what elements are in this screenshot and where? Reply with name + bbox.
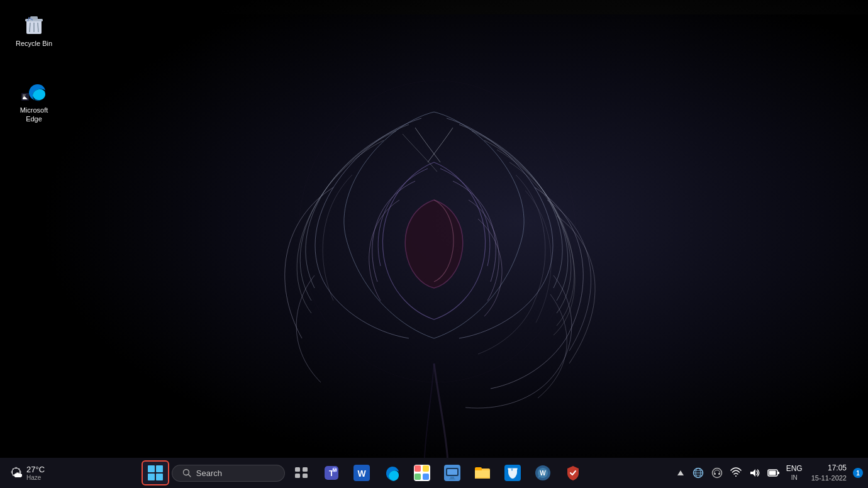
chevron-up-icon	[677, 469, 684, 477]
security-icon	[565, 465, 581, 481]
svg-rect-51	[777, 472, 779, 474]
security-button[interactable]	[559, 460, 587, 485]
clock-date: 15-11-2022	[811, 474, 847, 483]
device-settings-icon	[444, 465, 460, 481]
teams-button[interactable]: T M	[318, 460, 345, 485]
battery-button[interactable]	[765, 464, 782, 482]
store-icon	[504, 465, 521, 481]
headset-icon	[711, 467, 723, 479]
windows-quad-br	[156, 474, 163, 480]
device-settings-button[interactable]	[438, 460, 466, 485]
svg-line-7	[38, 23, 38, 32]
paint-button[interactable]	[408, 460, 436, 485]
svg-rect-33	[449, 479, 455, 480]
start-button[interactable]	[142, 460, 169, 485]
svg-line-5	[30, 23, 30, 32]
desktop: Recycle Bin Microsoft Edge 🌤 27°C	[0, 0, 868, 488]
svg-marker-48	[750, 469, 755, 477]
edge-taskbar-icon	[384, 465, 400, 481]
svg-rect-38	[508, 468, 518, 470]
edge-desktop-image	[21, 78, 47, 103]
svg-marker-41	[677, 470, 684, 475]
svg-text:W: W	[540, 470, 546, 477]
volume-button[interactable]	[746, 464, 764, 482]
taskbar: 🌤 27°C Haze	[0, 458, 868, 488]
svg-rect-15	[303, 467, 308, 472]
svg-rect-32	[450, 477, 454, 479]
svg-rect-26	[423, 465, 429, 472]
search-bar[interactable]: Search	[172, 465, 285, 482]
clock-button[interactable]: 17:05 15-11-2022	[806, 462, 852, 484]
language-code: ENG	[786, 464, 803, 474]
recycle-bin-icon[interactable]: Recycle Bin	[9, 9, 59, 50]
paint-icon	[414, 465, 430, 481]
svg-rect-28	[423, 474, 429, 480]
svg-text:M: M	[333, 467, 337, 473]
windows-quad-tl	[148, 465, 155, 472]
word-button[interactable]: W	[348, 460, 376, 485]
show-hidden-icons-button[interactable]	[673, 464, 688, 482]
audio-tray-icon[interactable]	[708, 464, 726, 482]
wallpaper	[0, 0, 868, 488]
teams-icon: T M	[323, 465, 340, 481]
svg-rect-36	[475, 477, 490, 479]
language-button[interactable]: ENG IN	[784, 463, 805, 484]
weather-condition: Haze	[26, 474, 45, 481]
svg-rect-14	[295, 467, 300, 472]
whatsapp-button[interactable]: W	[529, 460, 557, 485]
store-button[interactable]	[499, 460, 526, 485]
recycle-bin-image	[21, 11, 47, 36]
svg-rect-17	[303, 474, 308, 478]
search-label: Search	[196, 469, 222, 478]
word-icon: W	[353, 465, 370, 481]
task-view-icon	[294, 465, 309, 480]
clock-time: 17:05	[828, 463, 847, 474]
svg-rect-31	[447, 469, 457, 475]
whatsapp-icon: W	[535, 465, 551, 481]
wifi-icon	[730, 467, 742, 479]
weather-widget[interactable]: 🌤 27°C Haze	[5, 462, 55, 484]
volume-icon	[749, 467, 760, 479]
recycle-bin-label: Recycle Bin	[16, 39, 52, 48]
wifi-button[interactable]	[727, 464, 745, 482]
task-view-button[interactable]	[287, 460, 315, 485]
file-explorer-icon	[474, 465, 491, 481]
svg-rect-50	[769, 471, 776, 475]
svg-point-47	[712, 469, 721, 478]
network-icon-tray[interactable]	[689, 464, 707, 482]
svg-rect-16	[295, 474, 300, 478]
system-tray: ENG IN 17:05 15-11-2022 1	[673, 462, 863, 484]
svg-rect-25	[415, 465, 421, 472]
svg-rect-27	[415, 474, 421, 480]
battery-icon	[767, 468, 780, 478]
edge-button[interactable]	[378, 460, 406, 485]
microsoft-edge-desktop-icon[interactable]: Microsoft Edge	[9, 75, 59, 126]
svg-text:W: W	[357, 469, 366, 479]
edge-desktop-label: Microsoft Edge	[11, 106, 57, 124]
windows-quad-tr	[156, 465, 163, 472]
svg-line-13	[188, 475, 191, 477]
weather-icon: 🌤	[10, 466, 23, 480]
language-region: IN	[791, 474, 798, 482]
windows-logo	[148, 465, 163, 480]
windows-quad-bl	[148, 474, 155, 480]
taskbar-center: Search T M	[55, 460, 673, 485]
weather-text: 27°C Haze	[26, 465, 45, 481]
globe-icon	[693, 467, 704, 479]
file-explorer-button[interactable]	[469, 460, 496, 485]
search-icon	[182, 469, 191, 477]
notification-button[interactable]: 1	[853, 468, 863, 478]
weather-temp: 27°C	[26, 465, 45, 474]
